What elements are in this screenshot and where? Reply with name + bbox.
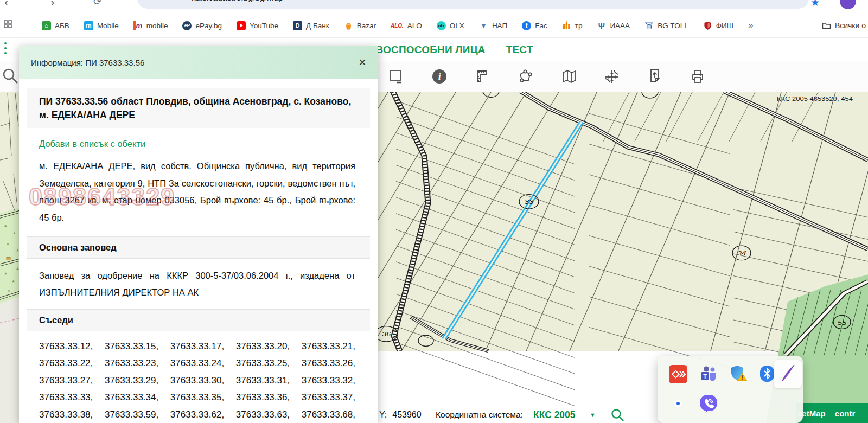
print-icon[interactable] (689, 68, 706, 85)
map-point-marker (7, 257, 10, 260)
map-crs-coordinates: ККС 2005 4653529, 454 (777, 95, 853, 101)
shopping-bag-icon (344, 21, 353, 30)
popup-header[interactable]: Информация: ПИ 37633.33.56 × (19, 46, 378, 79)
neighbors-list: 37633.33.12, 37633.33.15, 37633.33.17, 3… (39, 338, 355, 423)
y-coordinate-field[interactable]: Y: 453960 (374, 407, 428, 422)
bookmark-bgtoll[interactable]: BG TOLL (644, 21, 688, 30)
bookmark-bazar[interactable]: Bazar (344, 21, 376, 30)
close-icon[interactable]: × (359, 56, 366, 69)
bookmark-facebook[interactable]: fFac (522, 21, 547, 30)
tab-groups-icon[interactable] (4, 20, 12, 31)
iaaa-emblem-icon: Ψ (597, 21, 606, 30)
parcel-heading: ПИ 37633.33.56 област Пловдив, община Ас… (27, 88, 370, 128)
abv-icon: ⌂ (42, 21, 51, 30)
bookmark-epay[interactable]: ePePay.bg (182, 21, 222, 30)
add-to-object-list-link[interactable]: Добави в списък с обекти (39, 139, 145, 149)
crs-dropdown[interactable]: ККС 2005 (533, 409, 576, 421)
bluetooth-icon[interactable] (760, 365, 775, 384)
browser-toolbar: ‹ › ⟳ kais.cadastre.bg/bg/Map ★ (0, 0, 868, 14)
region-label-34: 34 (737, 250, 746, 257)
windows-security-shield-icon[interactable] (729, 364, 748, 386)
site-settings-icon[interactable] (163, 0, 172, 3)
map-attribution: eetMap contr (796, 403, 868, 423)
bookmark-iaaa[interactable]: ΨИААА (597, 21, 630, 30)
region-label-55: 55 (838, 319, 847, 326)
order-text: Заповед за одобрение на КККР 300-5-37/03… (39, 267, 355, 302)
svg-text:T: T (703, 373, 707, 380)
teams-icon[interactable]: T (699, 364, 718, 386)
polygon-area-icon[interactable] (516, 68, 534, 85)
tray-overflow-flyout: T (658, 356, 803, 423)
bookmark-abv[interactable]: ⌂АБВ (42, 21, 69, 30)
bookmark-nap[interactable]: ▼НАП (479, 21, 507, 30)
bookmarks-bar: ⌂АБВ mMobile mmobile ePePay.bg YouTube D… (0, 14, 868, 38)
back-icon[interactable]: ‹ (4, 0, 8, 10)
viber-icon[interactable] (699, 394, 718, 415)
mobile-icon: m (133, 21, 143, 30)
bookmark-alo[interactable]: ALO.ALO (391, 21, 422, 30)
measure-icon[interactable] (474, 68, 491, 85)
crs-caption: Координатна система: (436, 410, 523, 420)
popup-title: Информация: ПИ 37633.33.56 (31, 58, 144, 67)
divider (27, 20, 27, 31)
bookmark-mobile-bg[interactable]: mMobile (84, 21, 119, 30)
screen: ‹ › ⟳ kais.cadastre.bg/bg/Map ★ ⌂АБВ mMo… (0, 0, 868, 423)
epay-icon: eP (182, 21, 192, 30)
folder-icon (822, 21, 831, 30)
all-bookmarks[interactable]: Всички о (822, 21, 866, 30)
bookmarks-overflow-chevron[interactable]: » (748, 20, 753, 31)
bookmark-olx[interactable]: olxOLX (437, 21, 464, 30)
y-label: Y: (379, 410, 387, 420)
nav-kebab-icon[interactable] (4, 42, 7, 54)
nap-arrow-icon: ▼ (479, 21, 488, 30)
forward-icon[interactable]: › (50, 0, 54, 10)
bars-icon (562, 21, 571, 30)
bookmark-mobile2[interactable]: mmobile (133, 21, 168, 30)
youtube-icon (237, 21, 246, 30)
export-icon[interactable] (646, 68, 663, 85)
parcel-description: м. ЕДЕКА/АНА ДЕРЕ, вид собств. Общинска … (39, 158, 355, 227)
region-label-33: 33 (525, 198, 534, 206)
red-diamond-app-icon[interactable] (669, 365, 687, 386)
nav-test[interactable]: ТЕСТ (506, 44, 533, 56)
map-layers-icon[interactable] (560, 68, 578, 85)
mobile-bg-icon: m (84, 21, 93, 30)
search-icon[interactable] (2, 67, 19, 87)
map-status-bar: Y: 453960 Координатна система: ККС 2005 … (371, 407, 642, 423)
coordinates-axes-icon[interactable] (603, 68, 621, 85)
reload-icon[interactable]: ⟳ (93, 0, 101, 8)
bookmark-dbank[interactable]: DД Банк (293, 21, 329, 30)
region-label-36: 36 (382, 331, 391, 338)
neighbors-section-heading: Съседи (27, 309, 370, 331)
dbank-icon: D (293, 21, 302, 30)
info-popup: Информация: ПИ 37633.33.56 × ПИ 37633.33… (19, 46, 378, 423)
bookmark-fish[interactable]: ФИШ (703, 21, 733, 30)
bookmark-youtube[interactable]: YouTube (237, 21, 278, 30)
status-zoom-icon[interactable] (610, 408, 624, 423)
order-section-heading: Основна заповед (27, 236, 370, 259)
url-text: kais.cadastre.bg/bg/Map (192, 0, 283, 3)
chevron-down-icon[interactable]: ▼ (590, 412, 596, 418)
quill-icon (774, 360, 802, 388)
profile-avatar[interactable] (840, 0, 856, 9)
select-extent-icon[interactable] (388, 68, 405, 85)
y-value: 453960 (392, 410, 421, 420)
bookmark-trud[interactable]: тр (562, 21, 583, 30)
olx-icon: olx (437, 21, 446, 30)
svg-text:i: i (438, 72, 441, 82)
alo-icon: ALO. (391, 21, 404, 30)
info-icon[interactable]: i (431, 68, 448, 85)
toll-bridge-icon (644, 21, 654, 30)
fish-emblem-icon (703, 21, 712, 30)
quill-app-cell[interactable] (774, 360, 802, 388)
bookmark-star-icon[interactable]: ★ (810, 0, 820, 9)
divider (816, 20, 816, 31)
address-bar[interactable]: kais.cadastre.bg/bg/Map (137, 0, 809, 9)
facebook-icon: f (522, 21, 531, 30)
